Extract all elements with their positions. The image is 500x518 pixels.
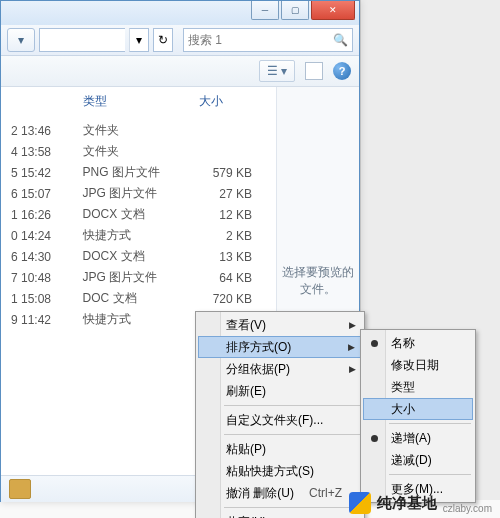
cell-size: 64 KB	[189, 267, 276, 288]
sort-name[interactable]: 名称	[363, 332, 473, 354]
cell-date: 1 16:26	[1, 204, 73, 225]
cell-date: 0 14:24	[1, 225, 73, 246]
refresh-button[interactable]: ↻	[153, 28, 173, 52]
cell-size: 720 KB	[189, 288, 276, 309]
cell-type: JPG 图片文件	[73, 183, 189, 204]
menu-customize[interactable]: 自定义文件夹(F)...	[198, 409, 362, 431]
command-bar: ☰ ▾ ?	[1, 56, 359, 87]
table-row[interactable]: 0 14:24快捷方式2 KB	[1, 225, 276, 246]
bullet-icon	[371, 340, 378, 347]
table-row[interactable]: 1 15:08DOC 文档720 KB	[1, 288, 276, 309]
view-mode-button[interactable]: ☰ ▾	[259, 60, 295, 82]
menu-paste-shortcut[interactable]: 粘贴快捷方式(S)	[198, 460, 362, 482]
cell-size: 579 KB	[189, 162, 276, 183]
title-bar[interactable]: ─ ▢ ✕	[1, 1, 359, 25]
cell-size: 27 KB	[189, 183, 276, 204]
col-type[interactable]: 类型	[73, 87, 189, 120]
help-button[interactable]: ?	[333, 62, 351, 80]
menu-group[interactable]: 分组依据(P)▶	[198, 358, 362, 380]
menu-refresh[interactable]: 刷新(E)	[198, 380, 362, 402]
sort-type[interactable]: 类型	[363, 376, 473, 398]
cell-size: 12 KB	[189, 204, 276, 225]
cell-size	[189, 120, 276, 141]
cell-size	[189, 141, 276, 162]
context-menu[interactable]: 查看(V)▶ 排序方式(O)▶ 分组依据(P)▶ 刷新(E) 自定义文件夹(F)…	[195, 311, 365, 518]
minimize-button[interactable]: ─	[251, 1, 279, 20]
sort-asc[interactable]: 递增(A)	[363, 427, 473, 449]
watermark-url: czlaby.com	[443, 503, 492, 514]
preview-hint: 选择要预览的文件。	[281, 264, 355, 298]
nav-toolbar: ▾ ▾ ↻ 搜索 1 🔍	[1, 25, 359, 56]
search-placeholder: 搜索 1	[188, 32, 222, 49]
table-row[interactable]: 5 15:42PNG 图片文件579 KB	[1, 162, 276, 183]
cell-date: 2 13:46	[1, 120, 73, 141]
watermark-brand: 纯净基地	[377, 494, 437, 513]
cell-type: DOCX 文档	[73, 246, 189, 267]
sort-size[interactable]: 大小	[363, 398, 473, 420]
cell-date: 7 10:48	[1, 267, 73, 288]
cell-size: 13 KB	[189, 246, 276, 267]
search-input[interactable]: 搜索 1 🔍	[183, 28, 353, 52]
cell-type: 快捷方式	[73, 309, 189, 330]
cell-date: 9 11:42	[1, 309, 73, 330]
sort-desc[interactable]: 递减(D)	[363, 449, 473, 471]
address-dropdown[interactable]: ▾	[129, 28, 149, 52]
cell-type: PNG 图片文件	[73, 162, 189, 183]
menu-paste[interactable]: 粘贴(P)	[198, 438, 362, 460]
cell-type: DOCX 文档	[73, 204, 189, 225]
table-row[interactable]: 2 13:46文件夹	[1, 120, 276, 141]
bullet-icon	[371, 435, 378, 442]
table-row[interactable]: 1 16:26DOCX 文档12 KB	[1, 204, 276, 225]
menu-view[interactable]: 查看(V)▶	[198, 314, 362, 336]
history-dropdown[interactable]: ▾	[7, 28, 35, 52]
watermark-logo-icon	[349, 492, 371, 514]
maximize-button[interactable]: ▢	[281, 1, 309, 20]
table-row[interactable]: 6 14:30DOCX 文档13 KB	[1, 246, 276, 267]
col-size[interactable]: 大小	[189, 87, 276, 120]
col-date[interactable]	[1, 87, 73, 120]
sort-date[interactable]: 修改日期	[363, 354, 473, 376]
cell-type: 快捷方式	[73, 225, 189, 246]
preview-pane-toggle[interactable]	[305, 62, 323, 80]
cell-type: JPG 图片文件	[73, 267, 189, 288]
cell-type: 文件夹	[73, 120, 189, 141]
close-button[interactable]: ✕	[311, 1, 355, 20]
cell-type: DOC 文档	[73, 288, 189, 309]
cell-date: 5 15:42	[1, 162, 73, 183]
watermark: 纯净基地 czlaby.com	[0, 488, 500, 518]
cell-date: 4 13:58	[1, 141, 73, 162]
address-bar[interactable]	[39, 28, 125, 52]
cell-date: 6 15:07	[1, 183, 73, 204]
search-icon: 🔍	[333, 33, 348, 47]
cell-date: 6 14:30	[1, 246, 73, 267]
sort-submenu[interactable]: 名称 修改日期 类型 大小 递增(A) 递减(D) 更多(M)...	[360, 329, 476, 503]
table-row[interactable]: 7 10:48JPG 图片文件64 KB	[1, 267, 276, 288]
cell-type: 文件夹	[73, 141, 189, 162]
table-row[interactable]: 6 15:07JPG 图片文件27 KB	[1, 183, 276, 204]
cell-date: 1 15:08	[1, 288, 73, 309]
cell-size: 2 KB	[189, 225, 276, 246]
menu-sort[interactable]: 排序方式(O)▶	[198, 336, 362, 358]
table-row[interactable]: 4 13:58文件夹	[1, 141, 276, 162]
